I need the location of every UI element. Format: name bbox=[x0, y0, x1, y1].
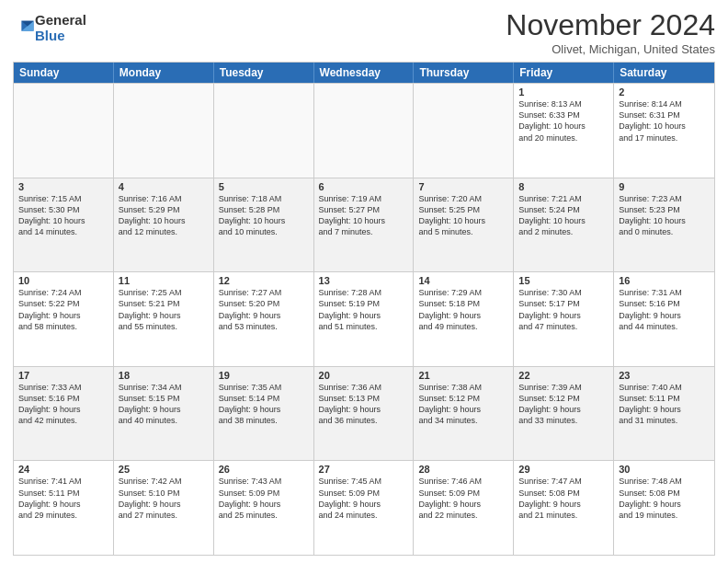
calendar-row-2: 3Sunrise: 7:15 AM Sunset: 5:30 PM Daylig… bbox=[14, 178, 714, 272]
day-info: Sunrise: 7:42 AM Sunset: 5:10 PM Dayligh… bbox=[119, 476, 209, 521]
calendar-header: SundayMondayTuesdayWednesdayThursdayFrid… bbox=[14, 63, 714, 83]
calendar-cell: 29Sunrise: 7:47 AM Sunset: 5:08 PM Dayli… bbox=[514, 461, 614, 555]
day-number: 9 bbox=[619, 181, 710, 192]
day-number: 22 bbox=[518, 370, 609, 381]
header-day-tuesday: Tuesday bbox=[214, 63, 314, 83]
month-title: November 2024 bbox=[506, 9, 715, 41]
header-day-sunday: Sunday bbox=[14, 63, 114, 83]
day-number: 28 bbox=[418, 464, 508, 475]
calendar-cell: 16Sunrise: 7:31 AM Sunset: 5:16 PM Dayli… bbox=[614, 272, 714, 366]
calendar: SundayMondayTuesdayWednesdayThursdayFrid… bbox=[13, 62, 715, 556]
calendar-body: 1Sunrise: 8:13 AM Sunset: 6:33 PM Daylig… bbox=[14, 83, 714, 555]
calendar-cell: 14Sunrise: 7:29 AM Sunset: 5:18 PM Dayli… bbox=[414, 272, 514, 366]
title-block: November 2024 Olivet, Michigan, United S… bbox=[506, 9, 715, 56]
calendar-cell: 19Sunrise: 7:35 AM Sunset: 5:14 PM Dayli… bbox=[214, 367, 314, 461]
day-info: Sunrise: 7:35 AM Sunset: 5:14 PM Dayligh… bbox=[219, 382, 309, 427]
day-info: Sunrise: 7:40 AM Sunset: 5:11 PM Dayligh… bbox=[619, 382, 710, 427]
day-number: 20 bbox=[319, 370, 409, 381]
calendar-cell: 12Sunrise: 7:27 AM Sunset: 5:20 PM Dayli… bbox=[214, 272, 314, 366]
day-info: Sunrise: 7:46 AM Sunset: 5:09 PM Dayligh… bbox=[418, 476, 508, 521]
day-number: 27 bbox=[319, 464, 409, 475]
calendar-cell: 15Sunrise: 7:30 AM Sunset: 5:17 PM Dayli… bbox=[514, 272, 614, 366]
day-info: Sunrise: 7:45 AM Sunset: 5:09 PM Dayligh… bbox=[319, 476, 409, 521]
header: General Blue November 2024 Olivet, Michi… bbox=[13, 9, 715, 56]
day-info: Sunrise: 7:20 AM Sunset: 5:25 PM Dayligh… bbox=[418, 193, 508, 238]
day-number: 19 bbox=[219, 370, 309, 381]
day-number: 10 bbox=[18, 275, 108, 286]
calendar-cell: 20Sunrise: 7:36 AM Sunset: 5:13 PM Dayli… bbox=[314, 367, 415, 461]
day-number: 11 bbox=[119, 275, 209, 286]
header-day-wednesday: Wednesday bbox=[314, 63, 415, 83]
calendar-cell: 30Sunrise: 7:48 AM Sunset: 5:08 PM Dayli… bbox=[614, 461, 714, 555]
day-info: Sunrise: 7:29 AM Sunset: 5:18 PM Dayligh… bbox=[418, 287, 508, 332]
calendar-cell: 5Sunrise: 7:18 AM Sunset: 5:28 PM Daylig… bbox=[214, 178, 314, 272]
day-number: 2 bbox=[619, 86, 710, 98]
header-day-monday: Monday bbox=[114, 63, 214, 83]
calendar-cell: 10Sunrise: 7:24 AM Sunset: 5:22 PM Dayli… bbox=[14, 272, 114, 366]
calendar-cell bbox=[214, 84, 314, 178]
day-info: Sunrise: 7:27 AM Sunset: 5:20 PM Dayligh… bbox=[219, 287, 309, 332]
day-info: Sunrise: 7:23 AM Sunset: 5:23 PM Dayligh… bbox=[619, 193, 710, 238]
location: Olivet, Michigan, United States bbox=[506, 42, 715, 56]
calendar-cell: 18Sunrise: 7:34 AM Sunset: 5:15 PM Dayli… bbox=[114, 367, 214, 461]
day-number: 5 bbox=[219, 181, 309, 192]
day-info: Sunrise: 7:18 AM Sunset: 5:28 PM Dayligh… bbox=[219, 193, 309, 238]
day-number: 8 bbox=[518, 181, 609, 192]
calendar-cell: 23Sunrise: 7:40 AM Sunset: 5:11 PM Dayli… bbox=[614, 367, 714, 461]
day-info: Sunrise: 7:30 AM Sunset: 5:17 PM Dayligh… bbox=[518, 287, 609, 332]
calendar-cell: 11Sunrise: 7:25 AM Sunset: 5:21 PM Dayli… bbox=[114, 272, 214, 366]
calendar-cell: 4Sunrise: 7:16 AM Sunset: 5:29 PM Daylig… bbox=[114, 178, 214, 272]
day-number: 17 bbox=[18, 370, 108, 381]
day-info: Sunrise: 7:15 AM Sunset: 5:30 PM Dayligh… bbox=[18, 193, 108, 238]
calendar-cell: 28Sunrise: 7:46 AM Sunset: 5:09 PM Dayli… bbox=[414, 461, 514, 555]
day-info: Sunrise: 7:39 AM Sunset: 5:12 PM Dayligh… bbox=[518, 382, 609, 427]
day-number: 30 bbox=[619, 464, 710, 475]
day-number: 4 bbox=[119, 181, 209, 192]
day-info: Sunrise: 8:14 AM Sunset: 6:31 PM Dayligh… bbox=[619, 98, 710, 144]
day-info: Sunrise: 7:34 AM Sunset: 5:15 PM Dayligh… bbox=[119, 382, 209, 427]
day-number: 21 bbox=[418, 370, 508, 381]
day-number: 16 bbox=[619, 275, 710, 286]
calendar-cell: 9Sunrise: 7:23 AM Sunset: 5:23 PM Daylig… bbox=[614, 178, 714, 272]
day-info: Sunrise: 7:43 AM Sunset: 5:09 PM Dayligh… bbox=[219, 476, 309, 521]
calendar-cell: 6Sunrise: 7:19 AM Sunset: 5:27 PM Daylig… bbox=[314, 178, 415, 272]
logo: General Blue bbox=[13, 13, 86, 43]
day-number: 1 bbox=[518, 86, 609, 98]
calendar-cell bbox=[414, 84, 514, 178]
calendar-cell bbox=[14, 84, 114, 178]
day-number: 26 bbox=[219, 464, 309, 475]
day-info: Sunrise: 8:13 AM Sunset: 6:33 PM Dayligh… bbox=[518, 98, 609, 144]
day-info: Sunrise: 7:33 AM Sunset: 5:16 PM Dayligh… bbox=[18, 382, 108, 427]
calendar-cell: 2Sunrise: 8:14 AM Sunset: 6:31 PM Daylig… bbox=[614, 84, 714, 178]
header-day-friday: Friday bbox=[514, 63, 614, 83]
day-info: Sunrise: 7:28 AM Sunset: 5:19 PM Dayligh… bbox=[319, 287, 409, 332]
calendar-cell: 27Sunrise: 7:45 AM Sunset: 5:09 PM Dayli… bbox=[314, 461, 415, 555]
day-info: Sunrise: 7:21 AM Sunset: 5:24 PM Dayligh… bbox=[518, 193, 609, 238]
day-number: 29 bbox=[518, 464, 609, 475]
calendar-row-3: 10Sunrise: 7:24 AM Sunset: 5:22 PM Dayli… bbox=[14, 271, 714, 366]
day-info: Sunrise: 7:25 AM Sunset: 5:21 PM Dayligh… bbox=[119, 287, 209, 332]
day-number: 24 bbox=[18, 464, 108, 475]
calendar-cell: 22Sunrise: 7:39 AM Sunset: 5:12 PM Dayli… bbox=[514, 367, 614, 461]
calendar-cell: 1Sunrise: 8:13 AM Sunset: 6:33 PM Daylig… bbox=[514, 84, 614, 178]
page: General Blue November 2024 Olivet, Michi… bbox=[0, 0, 728, 563]
day-number: 3 bbox=[18, 181, 108, 192]
day-number: 23 bbox=[619, 370, 710, 381]
day-info: Sunrise: 7:47 AM Sunset: 5:08 PM Dayligh… bbox=[518, 476, 609, 521]
day-info: Sunrise: 7:19 AM Sunset: 5:27 PM Dayligh… bbox=[319, 193, 409, 238]
header-day-saturday: Saturday bbox=[614, 63, 714, 83]
calendar-cell: 24Sunrise: 7:41 AM Sunset: 5:11 PM Dayli… bbox=[14, 461, 114, 555]
calendar-row-4: 17Sunrise: 7:33 AM Sunset: 5:16 PM Dayli… bbox=[14, 366, 714, 461]
calendar-cell: 17Sunrise: 7:33 AM Sunset: 5:16 PM Dayli… bbox=[14, 367, 114, 461]
logo-general-text: General bbox=[35, 13, 86, 29]
day-info: Sunrise: 7:36 AM Sunset: 5:13 PM Dayligh… bbox=[319, 382, 409, 427]
day-number: 6 bbox=[319, 181, 409, 192]
calendar-cell: 21Sunrise: 7:38 AM Sunset: 5:12 PM Dayli… bbox=[414, 367, 514, 461]
day-info: Sunrise: 7:31 AM Sunset: 5:16 PM Dayligh… bbox=[619, 287, 710, 332]
day-info: Sunrise: 7:38 AM Sunset: 5:12 PM Dayligh… bbox=[418, 382, 508, 427]
calendar-cell: 7Sunrise: 7:20 AM Sunset: 5:25 PM Daylig… bbox=[414, 178, 514, 272]
day-number: 12 bbox=[219, 275, 309, 286]
day-number: 7 bbox=[418, 181, 508, 192]
day-info: Sunrise: 7:41 AM Sunset: 5:11 PM Dayligh… bbox=[18, 476, 108, 521]
logo-icon bbox=[15, 17, 35, 38]
